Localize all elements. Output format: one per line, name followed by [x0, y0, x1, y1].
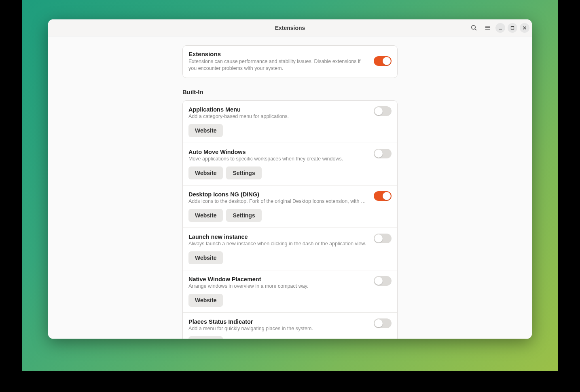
maximize-button[interactable]	[508, 23, 517, 33]
extension-toggle[interactable]	[374, 106, 392, 116]
extension-description: Add a menu for quickly navigating places…	[188, 326, 367, 331]
website-button[interactable]: Website	[188, 209, 223, 222]
extension-row: Places Status IndicatorAdd a menu for qu…	[183, 313, 397, 339]
close-button[interactable]	[520, 23, 529, 33]
maximize-icon	[510, 26, 514, 30]
extension-title: Auto Move Windows	[188, 149, 367, 155]
extension-actions: WebsiteSettings	[188, 209, 392, 222]
toggle-knob	[383, 57, 391, 65]
extension-actions: Website	[188, 294, 392, 307]
extensions-window: Extensions	[48, 19, 532, 339]
extension-texts: Launch new instanceAlways launch a new i…	[188, 234, 367, 247]
extension-row-top: Auto Move WindowsMove applications to sp…	[188, 149, 392, 162]
content-area[interactable]: Extensions Extensions can cause performa…	[48, 36, 532, 339]
extension-row-top: Places Status IndicatorAdd a menu for qu…	[188, 318, 392, 331]
extension-texts: Places Status IndicatorAdd a menu for qu…	[188, 318, 367, 331]
master-texts: Extensions Extensions can cause performa…	[188, 51, 367, 72]
extension-row: Auto Move WindowsMove applications to sp…	[183, 143, 397, 185]
extension-toggle[interactable]	[374, 318, 392, 328]
extension-title: Places Status Indicator	[188, 318, 367, 325]
svg-point-0	[471, 25, 475, 29]
desktop-background: Extensions	[22, 0, 558, 371]
close-icon	[523, 26, 527, 30]
extension-row-top: Desktop Icons NG (DING)Adds icons to the…	[188, 191, 392, 204]
website-button[interactable]: Website	[188, 336, 223, 339]
extension-toggle[interactable]	[374, 276, 392, 286]
master-description: Extensions can cause performance and sta…	[188, 58, 367, 72]
search-button[interactable]	[468, 22, 479, 34]
extension-row-top: Native Window PlacementArrange windows i…	[188, 276, 392, 289]
extension-row: Desktop Icons NG (DING)Adds icons to the…	[183, 185, 397, 228]
menu-button[interactable]	[482, 22, 493, 34]
extensions-list: Applications MenuAdd a category-based me…	[182, 100, 398, 339]
header-controls	[468, 22, 529, 34]
master-extensions-card: Extensions Extensions can cause performa…	[182, 45, 398, 78]
extension-description: Move applications to specific workspaces…	[188, 156, 367, 162]
extension-actions: WebsiteSettings	[188, 166, 392, 179]
extension-texts: Native Window PlacementArrange windows i…	[188, 276, 367, 289]
content-column: Extensions Extensions can cause performa…	[182, 45, 398, 339]
extension-title: Applications Menu	[188, 106, 367, 113]
extension-toggle[interactable]	[374, 149, 392, 158]
extension-description: Always launch a new instance when clicki…	[188, 241, 367, 247]
svg-line-1	[475, 29, 476, 30]
extension-title: Desktop Icons NG (DING)	[188, 191, 367, 198]
window-title: Extensions	[275, 25, 305, 31]
toggle-knob	[383, 192, 391, 200]
extension-texts: Auto Move WindowsMove applications to sp…	[188, 149, 367, 162]
search-icon	[471, 25, 477, 31]
extension-description: Adds icons to the desktop. Fork of the o…	[188, 198, 367, 204]
extension-toggle[interactable]	[374, 191, 392, 201]
website-button[interactable]: Website	[188, 166, 223, 179]
master-toggle[interactable]	[374, 56, 392, 66]
settings-button[interactable]: Settings	[226, 166, 261, 179]
hamburger-icon	[485, 25, 491, 31]
extension-actions: Website	[188, 336, 392, 339]
extension-title: Native Window Placement	[188, 276, 367, 282]
section-label-builtin: Built-In	[182, 89, 398, 95]
toggle-knob	[375, 319, 383, 327]
website-button[interactable]: Website	[188, 124, 223, 137]
master-title: Extensions	[188, 51, 367, 57]
extension-actions: Website	[188, 124, 392, 137]
svg-rect-6	[511, 26, 514, 29]
toggle-knob	[375, 277, 383, 285]
extension-row: Native Window PlacementArrange windows i…	[183, 270, 397, 313]
extension-title: Launch new instance	[188, 234, 367, 240]
website-button[interactable]: Website	[188, 294, 223, 307]
toggle-knob	[375, 150, 383, 158]
extension-actions: Website	[188, 251, 392, 264]
extension-texts: Desktop Icons NG (DING)Adds icons to the…	[188, 191, 367, 204]
toggle-knob	[375, 234, 383, 242]
extension-row: Applications MenuAdd a category-based me…	[183, 101, 397, 143]
extension-row-top: Applications MenuAdd a category-based me…	[188, 106, 392, 119]
minimize-button[interactable]	[495, 23, 505, 33]
settings-button[interactable]: Settings	[226, 209, 261, 222]
extension-toggle[interactable]	[374, 234, 392, 243]
toggle-knob	[375, 107, 383, 115]
extension-texts: Applications MenuAdd a category-based me…	[188, 106, 367, 119]
minimize-icon	[498, 26, 502, 30]
header-bar: Extensions	[48, 19, 532, 36]
extension-description: Add a category-based menu for applicatio…	[188, 114, 367, 119]
extension-row-top: Launch new instanceAlways launch a new i…	[188, 234, 392, 247]
website-button[interactable]: Website	[188, 251, 223, 264]
extension-description: Arrange windows in overview in a more co…	[188, 283, 367, 289]
extension-row: Launch new instanceAlways launch a new i…	[183, 228, 397, 270]
